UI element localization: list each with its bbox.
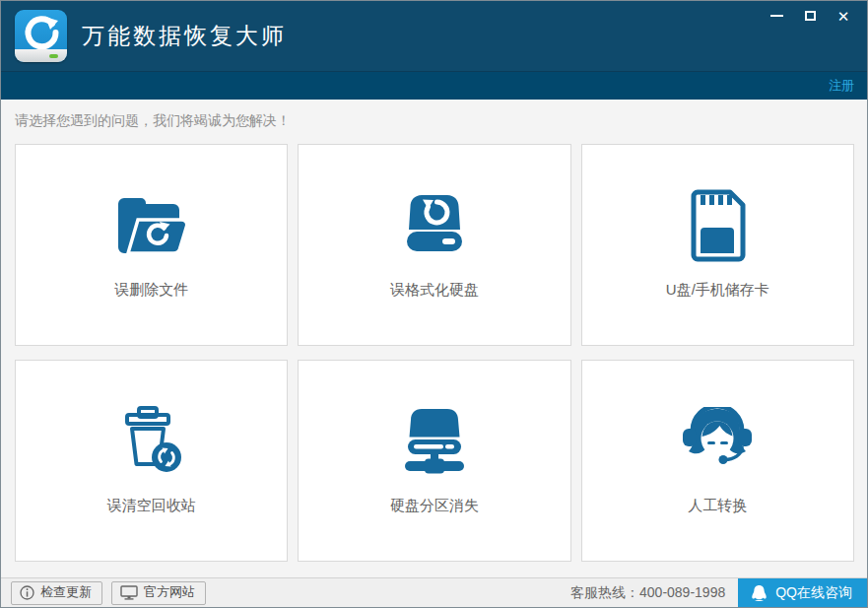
minimize-icon xyxy=(770,15,783,17)
card-label: 人工转换 xyxy=(688,497,747,515)
qq-penguin-icon xyxy=(751,584,768,602)
card-formatted-drive[interactable]: 误格式化硬盘 xyxy=(298,144,570,346)
close-icon: ✕ xyxy=(837,9,850,24)
drive-restore-icon xyxy=(390,186,479,265)
card-label: U盘/手机储存卡 xyxy=(666,281,769,300)
close-button[interactable]: ✕ xyxy=(830,6,857,26)
partition-lost-icon xyxy=(390,402,479,481)
folder-restore-icon xyxy=(107,186,196,265)
card-label: 误删除文件 xyxy=(114,281,188,300)
card-grid: 误删除文件 误格式化硬盘 xyxy=(15,144,854,562)
instruction-text: 请选择您遇到的问题，我们将竭诚为您解决！ xyxy=(1,100,867,130)
official-site-button[interactable]: 官方网站 xyxy=(111,581,206,605)
main-area: 请选择您遇到的问题，我们将竭诚为您解决！ 误删除文件 xyxy=(1,100,867,577)
app-window: 万能数据恢复大师 ✕ 注册 请选择您遇到的问题，我们将竭诚为您解决！ xyxy=(0,0,868,608)
card-human-support[interactable]: 人工转换 xyxy=(581,360,854,562)
menubar: 注册 xyxy=(1,71,867,100)
window-controls: ✕ xyxy=(763,6,857,26)
app-title: 万能数据恢复大师 xyxy=(82,21,287,51)
card-lost-partition[interactable]: 硬盘分区消失 xyxy=(298,360,570,562)
statusbar: 检查更新 官方网站 客服热线：400-089-1998 QQ在线咨询 xyxy=(1,577,867,607)
support-agent-icon xyxy=(673,402,762,481)
check-update-button[interactable]: 检查更新 xyxy=(11,581,102,605)
app-logo-icon xyxy=(15,10,67,62)
check-update-label: 检查更新 xyxy=(40,583,92,601)
titlebar: 万能数据恢复大师 ✕ xyxy=(1,1,867,71)
register-link[interactable]: 注册 xyxy=(829,77,854,95)
sd-card-icon xyxy=(673,186,762,265)
card-memory-card[interactable]: U盘/手机储存卡 xyxy=(581,144,854,346)
trash-restore-icon xyxy=(107,402,196,481)
minimize-button[interactable] xyxy=(763,6,790,26)
monitor-icon xyxy=(120,585,138,600)
qq-consult-label: QQ在线咨询 xyxy=(775,584,852,602)
card-deleted-files[interactable]: 误删除文件 xyxy=(15,144,288,346)
maximize-icon xyxy=(805,11,816,21)
maximize-button[interactable] xyxy=(796,6,824,26)
info-icon xyxy=(20,585,34,600)
card-label: 误格式化硬盘 xyxy=(390,281,479,300)
hotline-text: 客服热线：400-089-1998 xyxy=(570,584,725,602)
logo-drive-base xyxy=(15,49,67,62)
logo-led xyxy=(49,54,58,58)
card-label: 误清空回收站 xyxy=(107,497,196,515)
card-recycle-bin[interactable]: 误清空回收站 xyxy=(15,360,288,562)
card-label: 硬盘分区消失 xyxy=(390,497,479,515)
official-site-label: 官方网站 xyxy=(144,583,195,601)
qq-consult-button[interactable]: QQ在线咨询 xyxy=(738,578,867,607)
